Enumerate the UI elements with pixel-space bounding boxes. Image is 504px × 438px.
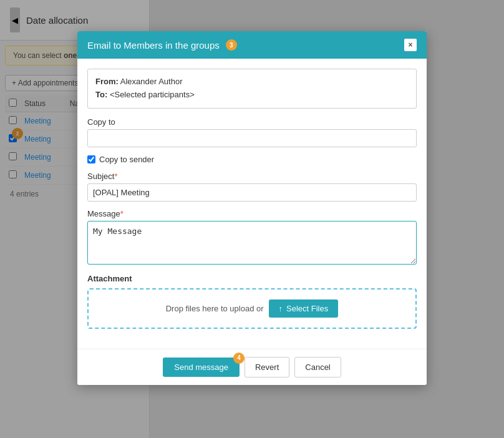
copy-to-group: Copy to	[87, 117, 417, 147]
copy-sender-checkbox[interactable]	[87, 155, 95, 163]
upload-icon: ↑	[279, 304, 283, 313]
from-line: From: Alexander Author	[95, 75, 409, 89]
subject-group: Subject*	[87, 172, 417, 202]
copy-to-label: Copy to	[87, 117, 417, 127]
send-message-button[interactable]: Send message	[163, 358, 240, 377]
modal-title-area: Email to Members in the groups 3	[87, 39, 237, 51]
subject-label: Subject*	[87, 172, 417, 181]
select-files-button[interactable]: ↑ Select Files	[269, 299, 339, 318]
modal-badge: 3	[226, 39, 237, 51]
modal-footer: Send message 4 Revert Cancel	[77, 349, 427, 385]
modal-overlay: Email to Members in the groups 3 × From:…	[0, 0, 504, 438]
modal-title: Email to Members in the groups	[87, 40, 220, 51]
attachment-label: Attachment	[87, 274, 417, 283]
from-value: Alexander Author	[120, 77, 183, 86]
email-modal: Email to Members in the groups 3 × From:…	[77, 31, 427, 385]
copy-sender-label: Copy to sender	[99, 155, 154, 164]
to-value: <Selected participants>	[110, 90, 195, 99]
attachment-section: Attachment Drop files here to upload or …	[87, 274, 417, 329]
from-to-box: From: Alexander Author To: <Selected par…	[87, 69, 417, 109]
copy-sender-row: Copy to sender	[87, 155, 417, 164]
to-line: To: <Selected participants>	[95, 89, 409, 102]
from-label: From:	[95, 77, 119, 86]
message-required: *	[120, 209, 124, 218]
modal-header: Email to Members in the groups 3 ×	[77, 31, 427, 59]
cancel-button[interactable]: Cancel	[294, 357, 341, 377]
select-files-label: Select Files	[286, 304, 328, 313]
drop-zone[interactable]: Drop files here to upload or ↑ Select Fi…	[87, 288, 417, 329]
subject-required: *	[114, 172, 117, 181]
drop-zone-text: Drop files here to upload or	[166, 304, 264, 313]
to-label: To:	[95, 90, 107, 99]
modal-body: From: Alexander Author To: <Selected par…	[77, 59, 427, 349]
message-group: Message* My Message	[87, 209, 417, 266]
modal-close-button[interactable]: ×	[404, 39, 417, 51]
copy-to-input[interactable]	[87, 129, 417, 147]
send-badge: 4	[233, 353, 245, 364]
message-textarea[interactable]: My Message	[87, 221, 417, 265]
message-label: Message*	[87, 209, 417, 218]
subject-input[interactable]	[87, 183, 417, 202]
revert-button[interactable]: Revert	[245, 357, 289, 377]
